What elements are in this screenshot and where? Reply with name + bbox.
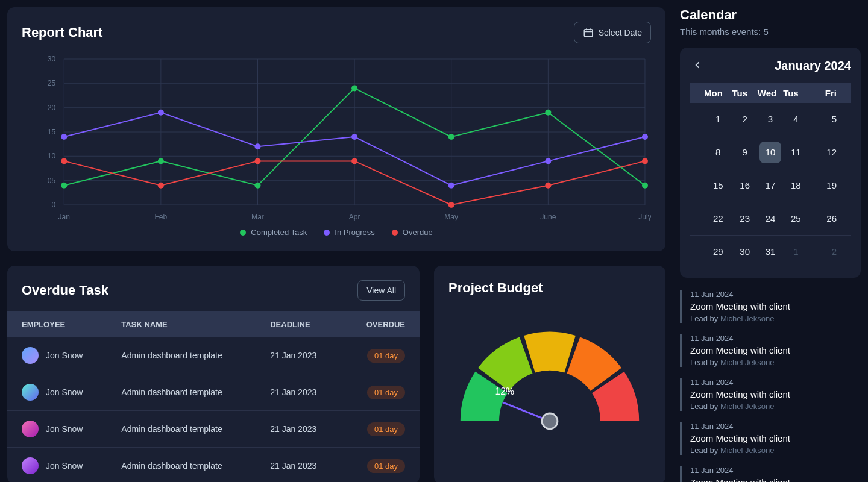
table-row[interactable]: Jon SnowAdmin dashboard template21 Jan 2… xyxy=(7,448,420,483)
event-title: Zoom Meeting with client xyxy=(690,477,861,482)
event-lead: Lead by Michel Jeksone xyxy=(690,358,861,367)
svg-rect-0 xyxy=(584,30,593,37)
deadline: 21 Jan 2023 xyxy=(263,374,341,411)
calendar-day[interactable]: 4 xyxy=(783,103,808,136)
overdue-table: EMPLOYEETASK NAMEDEADLINEOVERDUE Jon Sno… xyxy=(7,311,420,482)
legend-item[interactable]: Completed Task xyxy=(240,228,307,237)
event-date: 11 Jan 2024 xyxy=(690,334,861,343)
svg-text:0: 0 xyxy=(52,201,56,209)
svg-text:15: 15 xyxy=(48,128,56,136)
svg-point-51 xyxy=(542,413,558,429)
bottom-row: Overdue Task View All EMPLOYEETASK NAMED… xyxy=(7,266,665,482)
calendar-day[interactable]: 1 xyxy=(690,103,732,136)
svg-text:10: 10 xyxy=(48,152,56,160)
svg-point-37 xyxy=(158,110,164,116)
svg-text:July: July xyxy=(638,213,651,221)
calendar-day[interactable]: 29 xyxy=(690,236,732,269)
event-item[interactable]: 11 Jan 2024Zoom Meeting with clientLead … xyxy=(680,290,861,323)
calendar-day[interactable]: 1 xyxy=(783,236,808,269)
calendar-day[interactable]: 9 xyxy=(732,136,758,169)
task-name: Admin dashboard template xyxy=(114,411,263,448)
avatar xyxy=(22,384,39,401)
legend-label: In Progress xyxy=(335,228,374,237)
legend-dot-icon xyxy=(392,230,398,236)
event-item[interactable]: 11 Jan 2024Zoom Meeting with clientLead … xyxy=(680,422,861,455)
svg-text:May: May xyxy=(444,213,458,221)
svg-point-49 xyxy=(642,158,648,164)
svg-point-38 xyxy=(254,143,260,149)
svg-point-29 xyxy=(61,183,67,189)
event-lead: Lead by Michel Jeksone xyxy=(690,314,861,323)
table-row[interactable]: Jon SnowAdmin dashboard template21 Jan 2… xyxy=(7,411,420,448)
calendar-day-header: Fri xyxy=(808,83,851,103)
task-name: Admin dashboard template xyxy=(114,374,263,411)
calendar-day[interactable]: 25 xyxy=(783,202,808,236)
calendar-day-header: Tus xyxy=(732,83,758,103)
calendar-day[interactable]: 2 xyxy=(732,103,758,136)
calendar-day-header: Wed xyxy=(758,83,783,103)
calendar-day[interactable]: 16 xyxy=(732,169,758,202)
deadline: 21 Jan 2023 xyxy=(263,337,341,374)
view-all-button[interactable]: View All xyxy=(357,280,405,301)
calendar-day[interactable]: 5 xyxy=(808,103,851,136)
calendar-day[interactable]: 24 xyxy=(758,202,783,236)
svg-point-40 xyxy=(448,183,454,189)
calendar-day[interactable]: 10 xyxy=(758,136,783,169)
calendar-day[interactable]: 12 xyxy=(808,136,851,169)
calendar-day[interactable]: 26 xyxy=(808,202,851,236)
select-date-button[interactable]: Select Date xyxy=(574,22,651,43)
calendar-day[interactable]: 23 xyxy=(732,202,758,236)
calendar-day[interactable]: 19 xyxy=(808,169,851,202)
calendar-day[interactable]: 31 xyxy=(758,236,783,269)
calendar-icon xyxy=(583,27,594,38)
svg-point-36 xyxy=(61,134,67,140)
calendar-day[interactable]: 18 xyxy=(783,169,808,202)
event-date: 11 Jan 2024 xyxy=(690,378,861,387)
task-name: Admin dashboard template xyxy=(114,448,263,483)
svg-text:30: 30 xyxy=(48,55,56,63)
legend-item[interactable]: In Progress xyxy=(324,228,374,237)
svg-point-34 xyxy=(545,110,551,116)
calendar-day[interactable]: 22 xyxy=(690,202,732,236)
legend-dot-icon xyxy=(240,230,246,236)
calendar-day[interactable]: 3 xyxy=(758,103,783,136)
svg-point-44 xyxy=(158,183,164,189)
svg-text:Jan: Jan xyxy=(58,213,70,221)
event-lead: Lead by Michel Jeksone xyxy=(690,402,861,411)
report-chart-title: Report Chart xyxy=(22,25,102,40)
calendar-prev-button[interactable] xyxy=(690,57,705,75)
legend-label: Overdue xyxy=(403,228,433,237)
table-row[interactable]: Jon SnowAdmin dashboard template21 Jan 2… xyxy=(7,374,420,411)
svg-point-31 xyxy=(254,183,260,189)
employee-name: Jon Snow xyxy=(46,387,83,397)
event-title: Zoom Meeting with client xyxy=(690,345,861,355)
svg-point-32 xyxy=(351,85,357,91)
calendar-day[interactable]: 2 xyxy=(808,236,851,269)
avatar xyxy=(22,457,39,474)
calendar-day[interactable]: 15 xyxy=(690,169,732,202)
legend-item[interactable]: Overdue xyxy=(392,228,433,237)
calendar-day[interactable]: 30 xyxy=(732,236,758,269)
event-item[interactable]: 11 Jan 2024Zoom Meeting with clientLead … xyxy=(680,466,861,482)
calendar-day-header: Tus xyxy=(783,83,808,103)
calendar-day[interactable]: 11 xyxy=(783,136,808,169)
table-row[interactable]: Jon SnowAdmin dashboard template21 Jan 2… xyxy=(7,337,420,374)
deadline: 21 Jan 2023 xyxy=(263,411,341,448)
svg-point-47 xyxy=(448,202,454,208)
event-title: Zoom Meeting with client xyxy=(690,389,861,399)
table-header: OVERDUE xyxy=(342,311,420,337)
svg-point-43 xyxy=(61,158,67,164)
event-item[interactable]: 11 Jan 2024Zoom Meeting with clientLead … xyxy=(680,334,861,367)
select-date-label: Select Date xyxy=(599,28,642,37)
overdue-badge: 01 day xyxy=(367,386,405,399)
report-chart-card: Report Chart Select Date 0051015202530Ja… xyxy=(7,7,665,251)
calendar-grid: MonTusWedTusFri 123458910111215161718192… xyxy=(690,83,851,268)
svg-point-42 xyxy=(642,134,648,140)
svg-text:June: June xyxy=(540,213,556,221)
event-item[interactable]: 11 Jan 2024Zoom Meeting with clientLead … xyxy=(680,378,861,411)
overdue-task-card: Overdue Task View All EMPLOYEETASK NAMED… xyxy=(7,266,420,482)
svg-point-39 xyxy=(351,134,357,140)
main-column: Report Chart Select Date 0051015202530Ja… xyxy=(7,7,665,482)
calendar-day[interactable]: 17 xyxy=(758,169,783,202)
calendar-day[interactable]: 8 xyxy=(690,136,732,169)
